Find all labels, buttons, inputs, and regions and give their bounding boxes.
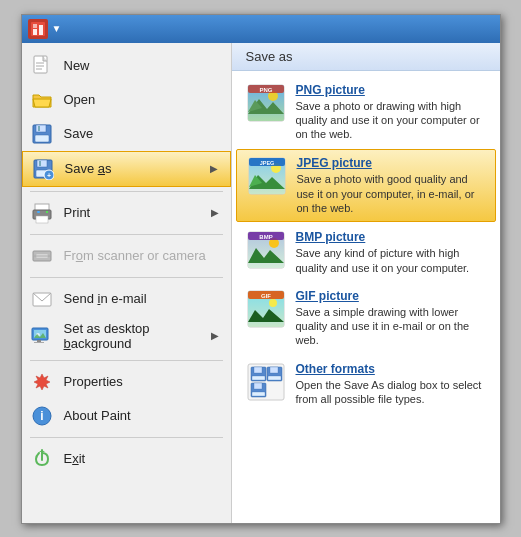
exit-icon bbox=[30, 447, 54, 471]
email-icon bbox=[30, 287, 54, 311]
png-desc: Save a photo or drawing with high qualit… bbox=[296, 99, 486, 142]
save-as-arrow-icon: ▶ bbox=[210, 163, 218, 174]
menu-item-properties[interactable]: Properties bbox=[22, 365, 231, 399]
application-window: ▼ New bbox=[21, 14, 501, 524]
submenu-list: PNG PNG picture Save a photo or drawing … bbox=[232, 71, 500, 419]
menu-item-about[interactable]: i About Paint bbox=[22, 399, 231, 433]
svg-point-22 bbox=[46, 211, 48, 213]
bmp-format-icon: BMP bbox=[246, 230, 286, 270]
properties-icon bbox=[30, 370, 54, 394]
separator-2 bbox=[30, 234, 223, 235]
svg-rect-68 bbox=[254, 383, 262, 389]
about-icon: i bbox=[30, 404, 54, 428]
svg-rect-65 bbox=[270, 367, 278, 373]
other-format-icon bbox=[246, 362, 286, 402]
jpeg-format-icon: JPEG bbox=[247, 156, 287, 196]
open-label: Open bbox=[64, 92, 219, 107]
new-icon bbox=[30, 54, 54, 78]
title-bar: ▼ bbox=[22, 15, 500, 43]
save-as-label: Save as bbox=[65, 161, 210, 176]
svg-rect-4 bbox=[34, 56, 47, 73]
properties-label: Properties bbox=[64, 374, 219, 389]
jpeg-text: JPEG picture Save a photo with good qual… bbox=[297, 156, 485, 215]
svg-rect-3 bbox=[33, 24, 37, 28]
svg-rect-10 bbox=[38, 126, 40, 131]
svg-text:i: i bbox=[40, 409, 43, 423]
separator-5 bbox=[30, 437, 223, 438]
png-format-icon: PNG bbox=[246, 83, 286, 123]
save-label: Save bbox=[64, 126, 219, 141]
menu-item-desktop[interactable]: Set as desktop background ▶ bbox=[22, 316, 231, 356]
menu-item-print[interactable]: Print ▶ bbox=[22, 196, 231, 230]
desktop-label: Set as desktop background bbox=[64, 321, 211, 351]
svg-rect-31 bbox=[34, 342, 44, 343]
svg-rect-66 bbox=[268, 376, 281, 380]
desktop-icon bbox=[30, 324, 54, 348]
right-panel: Save as bbox=[232, 43, 500, 523]
submenu-item-jpeg[interactable]: JPEG JPEG picture Save a photo with good… bbox=[236, 149, 496, 222]
gif-format-icon: GIF bbox=[246, 289, 286, 329]
svg-rect-63 bbox=[252, 376, 265, 380]
print-arrow-icon: ▶ bbox=[211, 207, 219, 218]
submenu-title: Save as bbox=[232, 43, 500, 71]
menu-item-exit[interactable]: Exit bbox=[22, 442, 231, 476]
svg-rect-13 bbox=[37, 160, 47, 167]
separator-1 bbox=[30, 191, 223, 192]
main-area: New Open bbox=[22, 43, 500, 523]
svg-point-56 bbox=[269, 299, 277, 307]
separator-4 bbox=[30, 360, 223, 361]
menu-item-save-as[interactable]: + Save as ▶ bbox=[22, 151, 231, 187]
submenu-item-png[interactable]: PNG PNG picture Save a photo or drawing … bbox=[236, 77, 496, 148]
submenu-item-gif[interactable]: GIF GIF picture Save a simple drawing wi… bbox=[236, 283, 496, 354]
exit-label: Exit bbox=[64, 451, 219, 466]
svg-text:BMP: BMP bbox=[259, 234, 272, 240]
left-menu: New Open bbox=[22, 43, 232, 523]
svg-rect-9 bbox=[36, 125, 46, 132]
print-label: Print bbox=[64, 205, 211, 220]
menu-item-open[interactable]: Open bbox=[22, 83, 231, 117]
scanner-label: From scanner or camera bbox=[64, 248, 219, 263]
bmp-title: BMP picture bbox=[296, 230, 486, 244]
submenu-item-other[interactable]: Other formats Open the Save As dialog bo… bbox=[236, 356, 496, 413]
gif-text: GIF picture Save a simple drawing with l… bbox=[296, 289, 486, 348]
png-title: PNG picture bbox=[296, 83, 486, 97]
other-desc: Open the Save As dialog box to select fr… bbox=[296, 378, 486, 407]
menu-item-new[interactable]: New bbox=[22, 49, 231, 83]
svg-rect-2 bbox=[39, 25, 43, 35]
bmp-desc: Save any kind of picture with high quali… bbox=[296, 246, 486, 275]
app-icon bbox=[28, 19, 48, 39]
jpeg-title: JPEG picture bbox=[297, 156, 485, 170]
svg-rect-21 bbox=[37, 211, 40, 213]
open-icon bbox=[30, 88, 54, 112]
jpeg-desc: Save a photo with good quality and use i… bbox=[297, 172, 485, 215]
bmp-text: BMP picture Save any kind of picture wit… bbox=[296, 230, 486, 275]
about-label: About Paint bbox=[64, 408, 219, 423]
svg-rect-30 bbox=[37, 340, 41, 342]
dropdown-arrow-icon[interactable]: ▼ bbox=[52, 23, 62, 34]
desktop-arrow-icon: ▶ bbox=[211, 330, 219, 341]
svg-rect-11 bbox=[35, 135, 49, 142]
new-label: New bbox=[64, 58, 219, 73]
print-icon bbox=[30, 201, 54, 225]
gif-desc: Save a simple drawing with lower quality… bbox=[296, 305, 486, 348]
email-label: Send in e-mail bbox=[64, 291, 219, 306]
menu-item-email[interactable]: Send in e-mail bbox=[22, 282, 231, 316]
other-text: Other formats Open the Save As dialog bo… bbox=[296, 362, 486, 407]
svg-text:+: + bbox=[46, 172, 50, 179]
png-text: PNG picture Save a photo or drawing with… bbox=[296, 83, 486, 142]
svg-text:PNG: PNG bbox=[259, 87, 272, 93]
svg-rect-69 bbox=[252, 392, 265, 396]
svg-text:GIF: GIF bbox=[261, 293, 271, 299]
svg-rect-1 bbox=[33, 29, 37, 35]
save-as-icon: + bbox=[31, 157, 55, 181]
gif-title: GIF picture bbox=[296, 289, 486, 303]
svg-text:JPEG: JPEG bbox=[259, 160, 274, 166]
other-title: Other formats bbox=[296, 362, 486, 376]
svg-rect-62 bbox=[254, 367, 262, 373]
submenu-item-bmp[interactable]: BMP BMP picture Save any kind of picture… bbox=[236, 224, 496, 281]
save-icon bbox=[30, 122, 54, 146]
menu-item-scanner[interactable]: From scanner or camera bbox=[22, 239, 231, 273]
separator-3 bbox=[30, 277, 223, 278]
scanner-icon bbox=[30, 244, 54, 268]
menu-item-save[interactable]: Save bbox=[22, 117, 231, 151]
